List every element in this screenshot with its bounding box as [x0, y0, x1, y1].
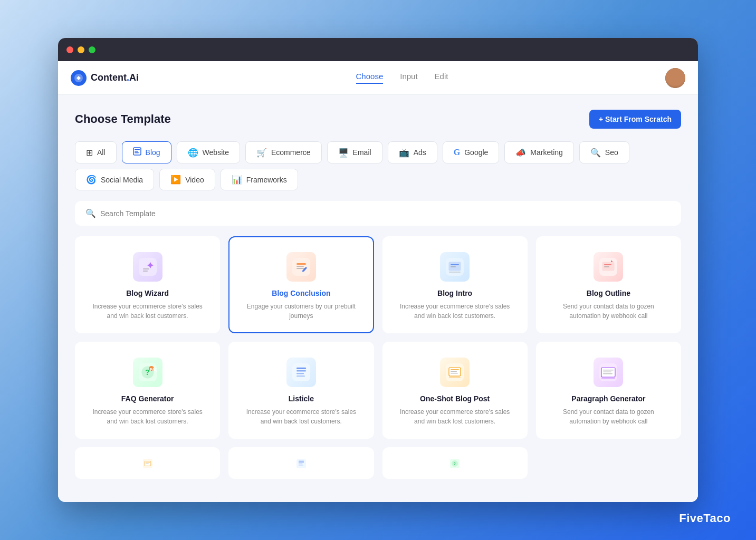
main-content: Choose Template + Start From Scratch ⊞ A…	[58, 95, 698, 502]
fivetaco-brand: FiveTaco	[679, 512, 731, 525]
category-website[interactable]: 🌐 Website	[177, 141, 240, 163]
partial-template-2[interactable]	[228, 447, 374, 479]
template-paragraph-generator[interactable]: Paragraph Generator Send your contact da…	[536, 342, 681, 439]
all-icon: ⊞	[86, 148, 93, 158]
category-marketing[interactable]: 📣 Marketing	[504, 141, 573, 163]
category-email[interactable]: 🖥️ Email	[327, 141, 382, 163]
svg-rect-29	[296, 370, 306, 372]
svg-text:FAQ: FAQ	[150, 368, 157, 372]
category-blog-label: Blog	[146, 148, 160, 157]
email-icon: 🖥️	[338, 148, 349, 158]
template-faq-generator[interactable]: ? FAQ FAQ Generator Increase your ecomme…	[75, 342, 220, 439]
category-google-label: Google	[464, 148, 488, 157]
seo-icon: 🔍	[590, 148, 601, 158]
google-icon: G	[454, 148, 460, 157]
browser-window: Content.Ai Choose Input Edit Choose Temp…	[58, 38, 698, 502]
nav-tabs: Choose Input Edit	[139, 72, 665, 84]
svg-rect-41	[603, 372, 611, 373]
category-seo[interactable]: 🔍 Seo	[579, 141, 629, 163]
svg-rect-11	[296, 266, 304, 267]
category-all[interactable]: ⊞ All	[75, 141, 117, 163]
minimize-button[interactable]	[78, 46, 84, 53]
blog-intro-icon	[440, 252, 470, 282]
svg-rect-3	[135, 149, 140, 150]
svg-rect-49	[299, 461, 304, 461]
paragraph-generator-icon	[594, 358, 623, 387]
partial-template-1[interactable]	[75, 447, 220, 479]
category-blog[interactable]: Blog	[122, 141, 171, 163]
template-blog-intro[interactable]: Blog Intro Increase your ecommerce store…	[382, 236, 528, 333]
category-video[interactable]: ▶️ Video	[159, 169, 215, 190]
blog-outline-name: Blog Outline	[587, 289, 630, 297]
listicle-name: Listicle	[289, 394, 314, 403]
svg-rect-42	[603, 373, 613, 374]
category-ecommerce[interactable]: 🛒 Ecommerce	[245, 141, 322, 163]
svg-rect-35	[451, 371, 457, 372]
category-email-label: Email	[353, 148, 371, 157]
category-ads-label: Ads	[414, 148, 426, 157]
start-from-scratch-button[interactable]: + Start From Scratch	[589, 110, 681, 129]
category-seo-label: Seo	[605, 148, 618, 157]
logo: Content.Ai	[71, 70, 139, 86]
template-listicle[interactable]: Listicle Increase your ecommerce store's…	[228, 342, 374, 439]
search-input[interactable]	[100, 209, 671, 218]
blog-wizard-icon	[133, 252, 162, 282]
category-ads[interactable]: 📺 Ads	[388, 141, 437, 163]
svg-rect-51	[299, 464, 303, 464]
svg-rect-16	[451, 266, 456, 267]
category-website-label: Website	[203, 148, 229, 157]
tab-input[interactable]: Input	[400, 72, 417, 84]
partial-template-3[interactable]: ?	[382, 447, 528, 479]
category-social[interactable]: 🌀 Social Media	[75, 169, 154, 190]
svg-rect-28	[296, 368, 306, 369]
tab-choose[interactable]: Choose	[356, 72, 384, 84]
svg-rect-40	[603, 370, 614, 371]
faq-generator-name: FAQ Generator	[121, 394, 174, 403]
one-shot-blog-name: One-Shot Blog Post	[420, 394, 490, 403]
template-blog-wizard[interactable]: Blog Wizard Increase your ecommerce stor…	[75, 236, 220, 333]
page-title: Choose Template	[75, 112, 171, 126]
faq-generator-desc: Increase your ecommerce store's sales an…	[87, 407, 208, 426]
blog-intro-desc: Increase your ecommerce store's sales an…	[394, 302, 516, 321]
templates-grid: Blog Wizard Increase your ecommerce stor…	[75, 236, 681, 439]
ecommerce-icon: 🛒	[256, 148, 267, 158]
close-button[interactable]	[66, 46, 73, 53]
nav-bar: Content.Ai Choose Input Edit	[58, 61, 698, 95]
video-icon: ▶️	[170, 175, 181, 185]
category-google[interactable]: G Google	[443, 141, 500, 163]
avatar-image	[665, 68, 685, 88]
svg-rect-17	[449, 272, 461, 273]
search-icon: 🔍	[85, 208, 96, 218]
one-shot-blog-icon	[440, 358, 470, 387]
svg-rect-5	[135, 152, 139, 153]
avatar[interactable]	[665, 68, 685, 88]
svg-rect-34	[451, 369, 459, 370]
template-blog-conclusion[interactable]: Blog Conclusion Engage your customers by…	[228, 236, 374, 333]
blog-wizard-name: Blog Wizard	[126, 289, 169, 297]
traffic-lights	[66, 46, 95, 53]
svg-rect-12	[296, 268, 305, 269]
svg-rect-21	[604, 266, 609, 267]
category-ecommerce-label: Ecommerce	[271, 148, 311, 157]
svg-rect-31	[296, 375, 305, 377]
maximize-button[interactable]	[89, 46, 95, 53]
website-icon: 🌐	[188, 148, 198, 158]
blog-conclusion-icon	[286, 252, 316, 282]
partial-templates-row: ?	[75, 447, 681, 479]
template-one-shot-blog[interactable]: One-Shot Blog Post Increase your ecommer…	[382, 342, 528, 439]
svg-point-1	[78, 77, 80, 79]
paragraph-generator-name: Paragraph Generator	[571, 394, 645, 403]
svg-rect-47	[145, 463, 148, 464]
tab-edit[interactable]: Edit	[435, 72, 448, 84]
category-frameworks[interactable]: 📊 Frameworks	[221, 169, 298, 190]
blog-icon	[133, 147, 141, 158]
category-marketing-label: Marketing	[530, 148, 562, 157]
template-blog-outline[interactable]: Blog Outline Send your contact data to g…	[536, 236, 681, 333]
category-social-label: Social Media	[101, 176, 143, 184]
frameworks-icon: 📊	[232, 175, 242, 185]
blog-intro-name: Blog Intro	[437, 289, 472, 297]
svg-rect-8	[143, 271, 148, 272]
blog-outline-desc: Send your contact data to gozen automati…	[548, 302, 669, 321]
logo-icon	[71, 70, 87, 86]
one-shot-blog-desc: Increase your ecommerce store's sales an…	[394, 407, 516, 426]
